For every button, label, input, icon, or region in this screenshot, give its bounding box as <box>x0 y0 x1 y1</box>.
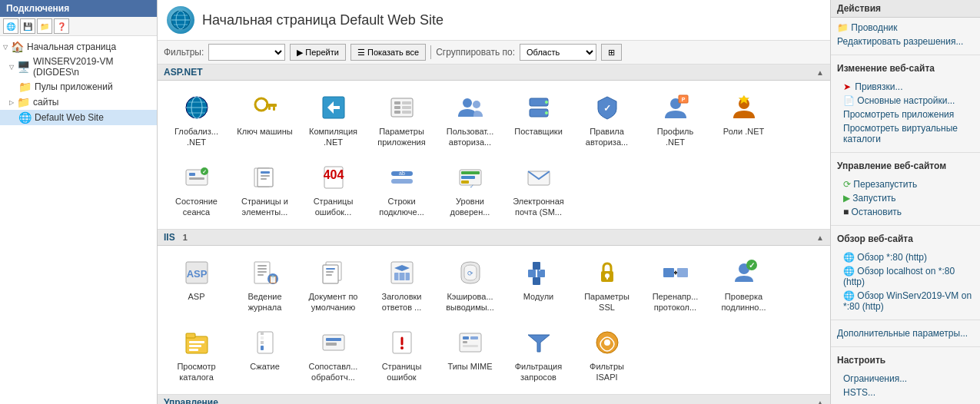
action-browse-80[interactable]: 🌐 Обзор *:80 (http) <box>831 250 980 264</box>
icon-item-auth-rules[interactable]: ✓ Правила авториза... <box>574 87 639 154</box>
sidebar-item-pools[interactable]: 📁 Пулы приложений <box>0 79 157 94</box>
icon-item-email[interactable]: Электронная почта (SM... <box>506 157 571 224</box>
icon-item-compress[interactable]: Сжатие <box>232 322 297 389</box>
icon-item-ssl-params[interactable]: Параметры SSL <box>574 252 639 319</box>
sidebar-item-sites[interactable]: ▷ 📁 сайты <box>0 94 157 110</box>
icon-item-map-handler[interactable]: Сопоставл... обработч... <box>301 322 366 389</box>
icon-label: Сжатие <box>250 361 280 372</box>
svg-rect-72 <box>537 270 545 277</box>
icon-item-roles-net[interactable]: Роли .NET <box>711 87 776 154</box>
svg-rect-92 <box>261 336 264 339</box>
icon-item-req-filter[interactable]: Фильтрация запросов <box>506 322 571 389</box>
default-doc-icon <box>320 259 347 286</box>
icon-item-isapi-filters[interactable]: Фильтры ISAPI <box>574 322 639 389</box>
svg-rect-39 <box>257 168 273 187</box>
section-header-aspnet[interactable]: ASP.NET ▲ <box>158 65 830 81</box>
action-start[interactable]: ▶ Запустить <box>831 191 980 205</box>
collapse-icon-aspnet[interactable]: ▲ <box>816 68 824 77</box>
section-header-management[interactable]: Управление ▲ <box>158 395 830 404</box>
section-header-iis[interactable]: IIS 1 ▲ <box>158 230 830 246</box>
icon-item-caching[interactable]: ⟳ Кэширова... выводимы... <box>437 252 503 319</box>
trust-icon: ✓ <box>457 164 484 191</box>
svg-rect-104 <box>463 345 478 347</box>
sidebar-item-server[interactable]: ▽ 🖥️ WINSERV2019-VM (DIGDES\n <box>0 55 157 79</box>
action-browse-localhost[interactable]: 🌐 Обзор localhost on *:80 (http) <box>831 264 980 289</box>
action-limits[interactable]: Ограничения... <box>831 372 980 386</box>
action-view-virtual[interactable]: Просмотреть виртуальные каталоги <box>831 121 980 146</box>
section-header-manage-site: Управление веб-сайтом <box>831 156 980 174</box>
svg-rect-12 <box>273 107 275 111</box>
svg-rect-40 <box>261 171 270 174</box>
sidebar-btn-help[interactable]: ❓ <box>54 18 69 34</box>
sidebar-btn-globe[interactable]: 🌐 <box>3 18 18 34</box>
icon-label: Поставщики <box>514 126 563 137</box>
svg-rect-60 <box>257 274 264 276</box>
svg-rect-91 <box>261 332 264 335</box>
icon-item-app-params[interactable]: Параметры приложения <box>369 87 434 154</box>
icon-item-session[interactable]: ✓ Состояние сеанса <box>164 157 229 224</box>
sidebar-item-default-site[interactable]: 🌐 Default Web Site <box>0 110 157 125</box>
action-basic-settings[interactable]: 📄 Основные настройки... <box>831 94 980 108</box>
svg-rect-74 <box>533 277 540 285</box>
icon-item-modules[interactable]: Модули <box>506 252 571 319</box>
icon-item-asp[interactable]: ASP ASP <box>164 252 229 319</box>
filter-icon <box>525 329 553 356</box>
icon-label: Страницы ошибок... <box>304 196 362 218</box>
icon-item-error-pages[interactable]: Страницы ошибок <box>369 322 434 389</box>
icon-label: Пользоват... авториза... <box>441 126 499 148</box>
action-bindings[interactable]: ➤ Привязки... <box>831 80 980 94</box>
params-icon <box>388 94 416 121</box>
icon-item-profile-net[interactable]: P Профиль .NET <box>643 87 708 154</box>
sidebar-btn-folder[interactable]: 📁 <box>37 18 52 34</box>
action-restart[interactable]: ⟳ Перезапустить <box>831 177 980 191</box>
icon-box: ✓ <box>181 162 212 193</box>
sidebar-item-homepage[interactable]: ▽ 🏠 Начальная страница <box>0 39 157 55</box>
filter-select[interactable] <box>208 44 285 61</box>
icon-item-logging[interactable]: 📋 Ведение журнала <box>232 252 297 319</box>
go-button[interactable]: ▶ Перейти <box>290 44 346 61</box>
view-button[interactable]: ⊞ <box>601 44 622 61</box>
sidebar-btn-save[interactable]: 💾 <box>20 18 35 34</box>
icon-item-redirect[interactable]: Перенапр... протокол... <box>643 252 708 319</box>
icon-item-conn-strings[interactable]: ab Строки подключе... <box>369 157 434 224</box>
icon-item-users[interactable]: Пользоват... авториза... <box>437 87 503 154</box>
icon-box <box>729 92 759 123</box>
icon-box <box>387 327 417 358</box>
svg-text:✓: ✓ <box>603 103 611 114</box>
stop-icon: ■ <box>843 207 852 217</box>
icon-item-compile[interactable]: Компиляция .NET <box>301 87 366 154</box>
action-view-apps[interactable]: Просмотреть приложения <box>831 108 980 121</box>
action-browse-winserv[interactable]: 🌐 Обзор WinServ2019-VM on *:80 (http) <box>831 289 980 313</box>
svg-point-106 <box>604 339 610 346</box>
collapse-icon-management[interactable]: ▲ <box>816 399 824 404</box>
icon-item-pages[interactable]: Страницы и элементы... <box>232 157 297 224</box>
group-label: Сгруппировать по: <box>436 47 515 58</box>
icon-item-default-doc[interactable]: Документ по умолчанию <box>301 252 366 319</box>
svg-rect-11 <box>266 104 277 107</box>
icon-item-globalize[interactable]: Глобализ... .NET <box>164 87 229 154</box>
icon-item-key[interactable]: Ключ машины <box>232 87 297 154</box>
icon-item-trust[interactable]: ✓ Уровни доверен... <box>437 157 503 224</box>
icon-label: Страницы ошибок <box>373 361 430 383</box>
collapse-icon-iis[interactable]: ▲ <box>816 233 824 242</box>
action-edit-permissions[interactable]: Редактировать разрешения... <box>831 35 980 48</box>
svg-text:📋: 📋 <box>268 274 278 284</box>
icon-label: Заголовки ответов ... <box>373 291 430 313</box>
icon-item-mime-types[interactable]: Типы MIME <box>437 322 503 389</box>
icon-item-dir-browse[interactable]: Просмотр каталога <box>164 322 229 389</box>
modules-icon <box>525 259 553 286</box>
action-explorer[interactable]: 📁 Проводник <box>831 21 980 35</box>
action-extra-params[interactable]: Дополнительные параметры... <box>831 326 980 340</box>
divider <box>831 152 980 153</box>
icon-item-providers[interactable]: Поставщики <box>506 87 571 154</box>
show-all-button[interactable]: ☰ Показать все <box>350 44 426 61</box>
action-stop[interactable]: ■ Остановить <box>831 205 980 219</box>
icon-item-auth-verify[interactable]: ✓ Проверка подлинно... <box>711 252 776 319</box>
icon-item-error-pages-net[interactable]: 404 Страницы ошибок... <box>301 157 366 224</box>
group-select[interactable]: Область <box>520 44 596 61</box>
icon-item-resp-headers[interactable]: Заголовки ответов ... <box>369 252 434 319</box>
icon-label: Параметры приложения <box>373 126 430 148</box>
action-hsts[interactable]: HSTS... <box>831 386 980 399</box>
sidebar-toolbar: 🌐 💾 📁 ❓ <box>0 17 157 36</box>
icon-label: Профиль .NET <box>646 126 704 148</box>
